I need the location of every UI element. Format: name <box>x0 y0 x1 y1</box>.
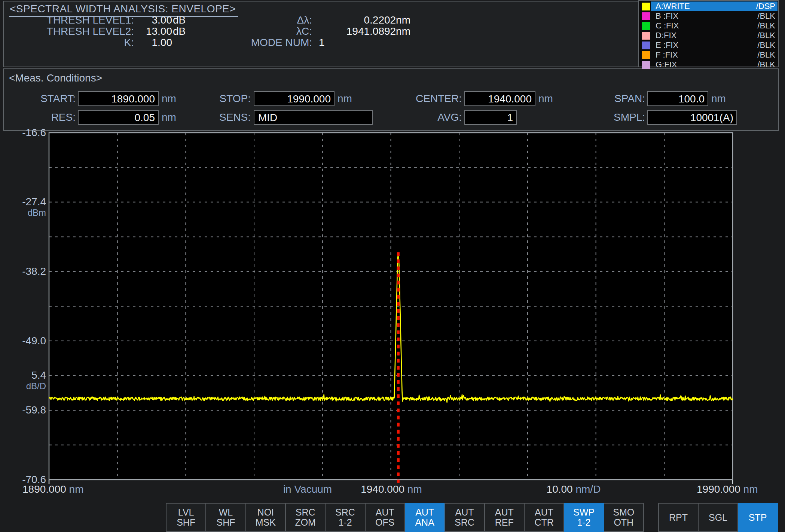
trace-b-status: /BLK <box>757 11 775 21</box>
trace-row-e[interactable]: E :FIX/BLK <box>639 40 778 50</box>
sweep-key-row: RPT SGL STP <box>658 503 778 532</box>
softkey-rpt[interactable]: RPT <box>658 503 698 532</box>
trace-row-f[interactable]: F :FIX/BLK <box>639 50 778 60</box>
trace-row-b[interactable]: B :FIX/BLK <box>639 11 778 21</box>
softkey-aut-ofs[interactable]: AUTOFS <box>365 503 405 532</box>
trace-row-c[interactable]: C :FIX/BLK <box>639 21 778 31</box>
res-field[interactable]: 0.05 <box>78 110 159 125</box>
smpl-field[interactable]: 10001(A) <box>647 110 737 125</box>
trace-c-status: /BLK <box>757 21 775 31</box>
trace-d-label: D:FIX <box>656 31 676 40</box>
trace-d-color-swatch <box>642 32 650 40</box>
x-tick-center: 1940.000 nm <box>344 483 439 496</box>
softkey-src-1-2[interactable]: SRC1-2 <box>325 503 365 532</box>
softkey-aut-ana[interactable]: AUTANA <box>405 503 445 532</box>
trace-c-label: C :FIX <box>656 21 679 31</box>
thresh-level2-label: THRESH LEVEL2: <box>4 25 134 37</box>
center-unit: nm <box>538 91 553 106</box>
softkey-stp[interactable]: STP <box>738 503 778 532</box>
softkey-sgl[interactable]: SGL <box>698 503 738 532</box>
analysis-panel: <SPECTRAL WIDTH ANALYSIS: ENVELOPE> THRE… <box>3 1 639 67</box>
delta-lambda-value: 0.2202nm <box>317 14 410 26</box>
trace-d-status: /BLK <box>757 31 775 40</box>
delta-lambda-label: Δλ: <box>153 14 312 26</box>
softkey-aut-ctr[interactable]: AUTCTR <box>524 503 564 532</box>
x-axis-vacuum-note: in Vacuum <box>262 483 353 496</box>
softkey-aut-src[interactable]: AUTSRC <box>445 503 484 532</box>
x-tick-right: 1990.000 nm <box>697 483 758 496</box>
mode-num-value: 1 <box>319 37 364 49</box>
y-tick-4: -59.8 <box>0 404 46 416</box>
y-scale-value: 5.4 <box>0 369 46 381</box>
trace-g-color-swatch <box>642 61 650 69</box>
softkey-smo-oth[interactable]: SMOOTH <box>604 503 644 532</box>
y-scale-unit: dB/D <box>0 381 46 391</box>
y-axis-unit: dBm <box>0 208 46 218</box>
span-label: SPAN: <box>576 91 645 106</box>
thresh-level1-label: THRESH LEVEL1: <box>4 14 134 26</box>
trace-c-color-swatch <box>642 22 650 30</box>
stop-field[interactable]: 1990.000 <box>254 91 335 106</box>
sens-label: SENS: <box>183 110 251 125</box>
y-tick-2: -38.2 <box>0 265 46 277</box>
avg-field[interactable]: 1 <box>464 110 517 125</box>
trace-row-a[interactable]: A:WRITE/DSP <box>639 1 778 11</box>
trace-e-color-swatch <box>642 41 650 49</box>
trace-g-label: G:FIX <box>656 60 677 70</box>
start-field[interactable]: 1890.000 <box>78 91 159 106</box>
lambda-c-value: 1941.0892nm <box>317 25 410 37</box>
softkey-swp-1-2[interactable]: SWP1-2 <box>564 503 604 532</box>
trace-e-status: /BLK <box>757 40 775 50</box>
trace-f-status: /BLK <box>757 50 775 60</box>
softkey-lvl-shf[interactable]: LVLSHF <box>166 503 206 532</box>
sens-field[interactable]: MID <box>254 110 373 125</box>
meas-conditions-panel: <Meas. Conditions> START: 1890.000 nm ST… <box>3 68 779 131</box>
trace-a-status: /DSP <box>756 1 775 11</box>
center-label: CENTER: <box>389 91 462 106</box>
meas-conditions-title: <Meas. Conditions> <box>9 72 102 84</box>
lambda-c-label: λC: <box>153 25 312 37</box>
y-tick-0: -16.6 <box>0 127 46 139</box>
smpl-label: SMPL: <box>576 110 645 125</box>
y-tick-1: -27.4 <box>0 196 46 208</box>
y-tick-3: -49.0 <box>0 335 46 347</box>
trace-f-label: F :FIX <box>656 50 678 60</box>
trace-g-status: /BLK <box>757 60 775 70</box>
trace-b-label: B :FIX <box>656 11 678 21</box>
spectrum-plot-svg <box>48 132 733 485</box>
stop-label: STOP: <box>183 91 251 106</box>
mode-num-label: MODE NUM: <box>153 37 312 49</box>
start-label: START: <box>4 91 76 106</box>
softkey-wl-shf[interactable]: WLSHF <box>206 503 245 532</box>
start-unit: nm <box>162 91 176 106</box>
res-label: RES: <box>4 110 76 125</box>
center-field[interactable]: 1940.000 <box>464 91 535 106</box>
x-scale-per-div: 10.00 nm/D <box>528 483 620 496</box>
trace-b-color-swatch <box>642 12 650 20</box>
span-unit: nm <box>711 91 726 106</box>
stop-unit: nm <box>337 91 352 106</box>
trace-a-color-swatch <box>642 3 650 10</box>
softkey-src-zom[interactable]: SRCZOM <box>285 503 325 532</box>
trace-e-label: E :FIX <box>656 40 678 50</box>
trace-a-label: A:WRITE <box>656 1 690 11</box>
softkey-noi-msk[interactable]: NOIMSK <box>246 503 285 532</box>
k-label: K: <box>4 37 134 49</box>
trace-row-d[interactable]: D:FIX/BLK <box>639 31 778 40</box>
osa-screen: <SPECTRAL WIDTH ANALYSIS: ENVELOPE> THRE… <box>0 0 785 532</box>
span-field[interactable]: 100.0 <box>647 91 708 106</box>
avg-label: AVG: <box>389 110 462 125</box>
softkey-aut-ref[interactable]: AUTREF <box>485 503 524 532</box>
trace-legend: A:WRITE/DSP B :FIX/BLK C :FIX/BLK D:FIX/… <box>638 0 779 67</box>
trace-f-color-swatch <box>642 51 650 59</box>
softkey-row: LVLSHF WLSHF NOIMSK SRCZOM SRC1-2 AUTOFS… <box>166 503 644 532</box>
x-tick-left: 1890.000 nm <box>22 483 83 496</box>
res-unit: nm <box>162 110 176 125</box>
spectrum-plot <box>49 133 733 480</box>
